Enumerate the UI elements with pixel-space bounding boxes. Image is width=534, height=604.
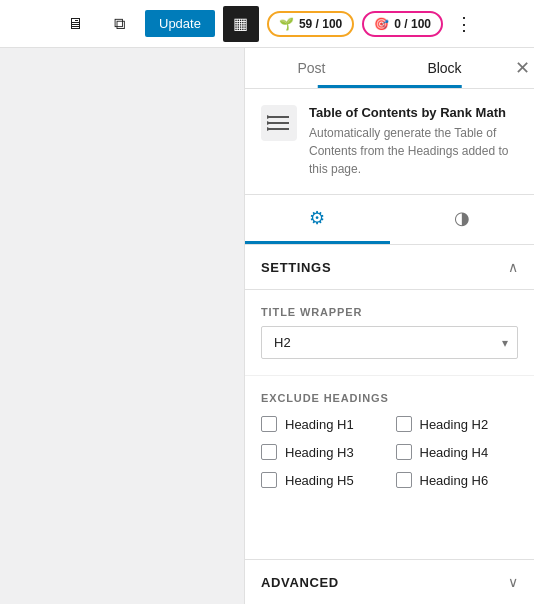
panel-tabs: Post Block ✕ bbox=[245, 48, 534, 89]
tab-block[interactable]: Block bbox=[378, 48, 511, 88]
advanced-chevron-icon: ∨ bbox=[508, 574, 518, 590]
settings-icon-tabs: ⚙ ◑ bbox=[245, 195, 534, 245]
monitor-button[interactable]: 🖥 bbox=[57, 6, 93, 42]
contrast-icon: ◑ bbox=[454, 207, 470, 229]
heading-h1-label: Heading H1 bbox=[285, 417, 354, 432]
seo-score-badge[interactable]: 🌱 59 / 100 bbox=[267, 11, 354, 37]
advanced-section-title: Advanced bbox=[261, 575, 339, 590]
update-button[interactable]: Update bbox=[145, 10, 215, 37]
heading-h4-label: Heading H4 bbox=[420, 445, 489, 460]
settings-chevron-icon: ∧ bbox=[508, 259, 518, 275]
plugin-description: Automatically generate the Table of Cont… bbox=[309, 124, 518, 178]
close-panel-button[interactable]: ✕ bbox=[511, 48, 534, 88]
block-icon: ▦ bbox=[233, 14, 248, 33]
seo-score-icon: 🌱 bbox=[279, 17, 294, 31]
heading-h5-label: Heading H5 bbox=[285, 473, 354, 488]
settings-tab-contrast[interactable]: ◑ bbox=[390, 195, 535, 244]
seo-score-value: 59 / 100 bbox=[299, 17, 342, 31]
focus-score-value: 0 / 100 bbox=[394, 17, 431, 31]
heading-h4-checkbox[interactable] bbox=[396, 444, 412, 460]
monitor-icon: 🖥 bbox=[67, 15, 83, 33]
external-link-icon: ⧉ bbox=[114, 15, 125, 33]
settings-section-header[interactable]: Settings ∧ bbox=[245, 245, 534, 290]
settings-section-title: Settings bbox=[261, 260, 331, 275]
heading-h2-label: Heading H2 bbox=[420, 417, 489, 432]
heading-h2-checkbox[interactable] bbox=[396, 416, 412, 432]
exclude-headings-group: EXCLUDE HEADINGS Heading H1 Heading H2 H… bbox=[245, 376, 534, 504]
focus-score-icon: 🎯 bbox=[374, 17, 389, 31]
plugin-title: Table of Contents by Rank Math bbox=[309, 105, 518, 120]
side-panel: Post Block ✕ Table of Contents by Rank M… bbox=[244, 48, 534, 604]
checkbox-heading-h3[interactable]: Heading H3 bbox=[261, 444, 384, 460]
block-view-button[interactable]: ▦ bbox=[223, 6, 259, 42]
tab-post[interactable]: Post bbox=[245, 48, 378, 88]
advanced-section[interactable]: Advanced ∨ bbox=[245, 559, 534, 604]
heading-h5-checkbox[interactable] bbox=[261, 472, 277, 488]
title-wrapper-select[interactable]: H2 H1 H3 H4 H5 H6 bbox=[261, 326, 518, 359]
title-wrapper-select-wrapper: H2 H1 H3 H4 H5 H6 ▾ bbox=[261, 326, 518, 359]
gear-icon: ⚙ bbox=[309, 207, 325, 229]
checkbox-heading-h2[interactable]: Heading H2 bbox=[396, 416, 519, 432]
heading-h6-checkbox[interactable] bbox=[396, 472, 412, 488]
settings-section: Settings ∧ TITLE WRAPPER H2 H1 H3 H4 H5 … bbox=[245, 245, 534, 504]
title-wrapper-label: TITLE WRAPPER bbox=[261, 306, 518, 318]
checkbox-heading-h6[interactable]: Heading H6 bbox=[396, 472, 519, 488]
heading-h6-label: Heading H6 bbox=[420, 473, 489, 488]
plugin-info: Table of Contents by Rank Math Automatic… bbox=[309, 105, 518, 178]
heading-h1-checkbox[interactable] bbox=[261, 416, 277, 432]
plugin-logo-icon bbox=[261, 105, 297, 141]
more-options-icon: ⋮ bbox=[455, 14, 473, 34]
external-link-button[interactable]: ⧉ bbox=[101, 6, 137, 42]
checkbox-heading-h5[interactable]: Heading H5 bbox=[261, 472, 384, 488]
exclude-headings-label: EXCLUDE HEADINGS bbox=[261, 392, 518, 404]
title-wrapper-group: TITLE WRAPPER H2 H1 H3 H4 H5 H6 ▾ bbox=[245, 290, 534, 376]
settings-tab-gear[interactable]: ⚙ bbox=[245, 195, 390, 244]
heading-h3-checkbox[interactable] bbox=[261, 444, 277, 460]
heading-h3-label: Heading H3 bbox=[285, 445, 354, 460]
plugin-header: Table of Contents by Rank Math Automatic… bbox=[245, 89, 534, 195]
more-options-button[interactable]: ⋮ bbox=[451, 9, 477, 39]
focus-score-badge[interactable]: 🎯 0 / 100 bbox=[362, 11, 443, 37]
checkbox-heading-h1[interactable]: Heading H1 bbox=[261, 416, 384, 432]
headings-checkboxes-grid: Heading H1 Heading H2 Heading H3 Heading… bbox=[261, 416, 518, 488]
toolbar: 🖥 ⧉ Update ▦ 🌱 59 / 100 🎯 0 / 100 ⋮ bbox=[0, 0, 534, 48]
checkbox-heading-h4[interactable]: Heading H4 bbox=[396, 444, 519, 460]
